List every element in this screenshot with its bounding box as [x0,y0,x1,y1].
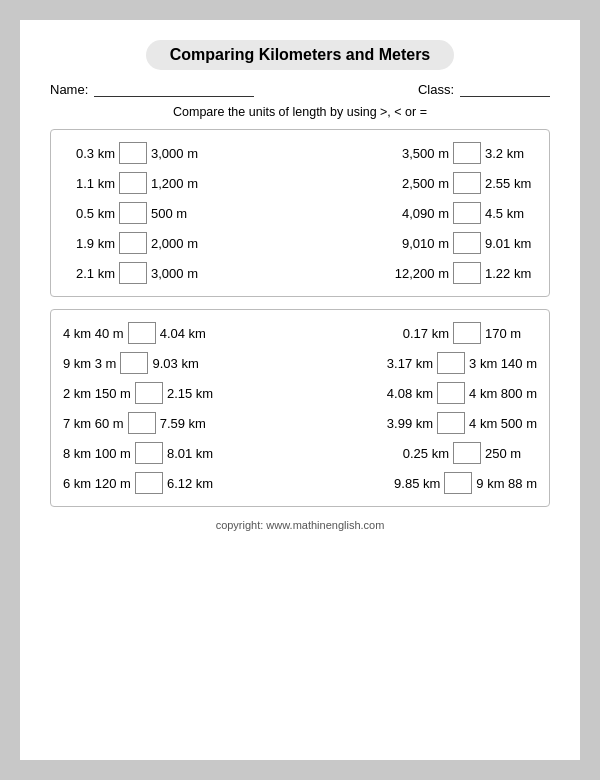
right-unit: 9 km 88 m [476,476,537,491]
right-half: 9,010 m 9.01 km [309,232,537,254]
left-half: 9 km 3 m 9.03 km [63,352,291,374]
left-unit: 3,000 m [151,146,203,161]
table-row: 7 km 60 m 7.59 km 3.99 km 4 km 500 m [63,408,537,438]
left-half: 0.3 km 3,000 m [63,142,291,164]
right-half: 0.25 km 250 m [309,442,537,464]
right-unit: 170 m [485,326,537,341]
answer-box[interactable] [120,352,148,374]
table-row: 0.3 km 3,000 m 3,500 m 3.2 km [63,138,537,168]
table-row: 0.5 km 500 m 4,090 m 4.5 km [63,198,537,228]
answer-box[interactable] [128,322,156,344]
right-value: 4,090 m [397,206,449,221]
left-half: 4 km 40 m 4.04 km [63,322,291,344]
right-value: 3.99 km [381,416,433,431]
left-half: 1.1 km 1,200 m [63,172,291,194]
worksheet-page: Comparing Kilometers and Meters Name: Cl… [20,20,580,760]
answer-box[interactable] [453,202,481,224]
answer-box[interactable] [119,172,147,194]
left-unit: 2,000 m [151,236,203,251]
answer-box[interactable] [135,472,163,494]
left-half: 8 km 100 m 8.01 km [63,442,291,464]
left-unit: 9.03 km [152,356,204,371]
right-unit: 1.22 km [485,266,537,281]
left-unit: 7.59 km [160,416,212,431]
answer-box[interactable] [453,142,481,164]
answer-box[interactable] [119,202,147,224]
left-unit: 500 m [151,206,203,221]
right-half: 4.08 km 4 km 800 m [309,382,537,404]
answer-box[interactable] [128,412,156,434]
answer-box[interactable] [119,142,147,164]
left-unit: 4.04 km [160,326,212,341]
right-value: 12,200 m [395,266,449,281]
title-wrap: Comparing Kilometers and Meters [50,40,550,70]
right-half: 9.85 km 9 km 88 m [309,472,537,494]
left-value: 0.5 km [63,206,115,221]
answer-box[interactable] [119,262,147,284]
answer-box[interactable] [135,382,163,404]
name-field: Name: [50,82,254,97]
name-class-row: Name: Class: [50,82,550,97]
answer-box[interactable] [444,472,472,494]
class-field: Class: [418,82,550,97]
right-unit: 3 km 140 m [469,356,537,371]
table-row: 4 km 40 m 4.04 km 0.17 km 170 m [63,318,537,348]
left-half: 0.5 km 500 m [63,202,291,224]
name-label: Name: [50,82,88,97]
answer-box[interactable] [453,442,481,464]
table-row: 1.9 km 2,000 m 9,010 m 9.01 km [63,228,537,258]
table-row: 6 km 120 m 6.12 km 9.85 km 9 km 88 m [63,468,537,498]
answer-box[interactable] [119,232,147,254]
left-value: 0.3 km [63,146,115,161]
instruction-text: Compare the units of length by using >, … [50,105,550,119]
left-unit: 6.12 km [167,476,219,491]
left-half: 2.1 km 3,000 m [63,262,291,284]
table-row: 1.1 km 1,200 m 2,500 m 2.55 km [63,168,537,198]
answer-box[interactable] [453,262,481,284]
left-value: 1.1 km [63,176,115,191]
right-half: 0.17 km 170 m [309,322,537,344]
right-half: 2,500 m 2.55 km [309,172,537,194]
right-unit: 9.01 km [485,236,537,251]
left-half: 6 km 120 m 6.12 km [63,472,291,494]
right-unit: 4 km 500 m [469,416,537,431]
right-value: 0.17 km [397,326,449,341]
section-2: 4 km 40 m 4.04 km 0.17 km 170 m 9 km 3 m… [50,309,550,507]
right-value: 0.25 km [397,446,449,461]
right-value: 2,500 m [397,176,449,191]
right-half: 3,500 m 3.2 km [309,142,537,164]
table-row: 2.1 km 3,000 m 12,200 m 1.22 km [63,258,537,288]
answer-box[interactable] [453,322,481,344]
name-underline[interactable] [94,83,254,97]
answer-box[interactable] [437,412,465,434]
right-value: 3.17 km [381,356,433,371]
table-row: 2 km 150 m 2.15 km 4.08 km 4 km 800 m [63,378,537,408]
answer-box[interactable] [453,172,481,194]
left-value: 2 km 150 m [63,386,131,401]
left-unit: 1,200 m [151,176,203,191]
left-half: 7 km 60 m 7.59 km [63,412,291,434]
section-1: 0.3 km 3,000 m 3,500 m 3.2 km 1.1 km 1,2… [50,129,550,297]
right-unit: 4.5 km [485,206,537,221]
left-unit: 3,000 m [151,266,203,281]
right-value: 4.08 km [381,386,433,401]
right-half: 12,200 m 1.22 km [309,262,537,284]
copyright-text: copyright: www.mathinenglish.com [50,519,550,531]
right-half: 4,090 m 4.5 km [309,202,537,224]
left-unit: 2.15 km [167,386,219,401]
right-unit: 250 m [485,446,537,461]
right-unit: 3.2 km [485,146,537,161]
class-label: Class: [418,82,454,97]
right-unit: 2.55 km [485,176,537,191]
worksheet-title: Comparing Kilometers and Meters [146,40,455,70]
left-value: 6 km 120 m [63,476,131,491]
left-value: 2.1 km [63,266,115,281]
answer-box[interactable] [437,352,465,374]
answer-box[interactable] [437,382,465,404]
left-value: 4 km 40 m [63,326,124,341]
right-half: 3.17 km 3 km 140 m [309,352,537,374]
class-underline[interactable] [460,83,550,97]
right-value: 3,500 m [397,146,449,161]
answer-box[interactable] [135,442,163,464]
answer-box[interactable] [453,232,481,254]
